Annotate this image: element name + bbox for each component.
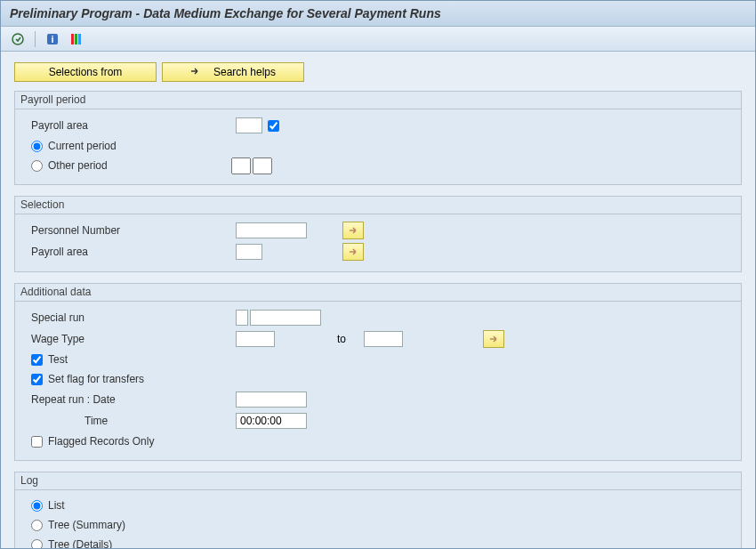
arrow-right-icon bbox=[348, 226, 358, 235]
svg-rect-3 bbox=[71, 34, 74, 44]
payroll-area-input[interactable] bbox=[236, 117, 262, 133]
svg-text:i: i bbox=[51, 34, 53, 44]
additional-data-legend: Additional data bbox=[15, 284, 741, 302]
selection-payroll-area-input[interactable] bbox=[236, 244, 262, 260]
other-period-radio[interactable] bbox=[31, 160, 43, 172]
payroll-period-legend: Payroll period bbox=[15, 92, 741, 109]
search-helps-button[interactable]: Search helps bbox=[162, 62, 304, 82]
set-flag-checkbox[interactable] bbox=[31, 374, 43, 385]
log-tree-details-label: Tree (Details) bbox=[48, 538, 112, 548]
payroll-area-label: Payroll area bbox=[31, 119, 236, 132]
repeat-run-date-input[interactable] bbox=[236, 392, 307, 408]
arrow-right-icon bbox=[348, 247, 358, 256]
log-tree-details-radio[interactable] bbox=[31, 539, 43, 549]
log-legend: Log bbox=[15, 472, 741, 490]
svg-rect-4 bbox=[75, 34, 77, 44]
svg-point-0 bbox=[12, 34, 23, 44]
wage-type-to-input[interactable] bbox=[364, 331, 403, 347]
execute-icon[interactable] bbox=[10, 31, 26, 47]
wage-type-multi-button[interactable] bbox=[483, 330, 504, 348]
log-group: Log List Tree (Summary) Tree (Details) bbox=[14, 472, 742, 548]
app-toolbar: i bbox=[1, 27, 755, 52]
selection-legend: Selection bbox=[15, 197, 741, 214]
set-flag-label: Set flag for transfers bbox=[48, 373, 144, 385]
selections-from-button[interactable]: Selections from bbox=[14, 62, 157, 82]
title-bar: Preliminary Program - Data Medium Exchan… bbox=[1, 1, 755, 27]
special-run-input-1[interactable] bbox=[236, 310, 248, 326]
current-period-label: Current period bbox=[48, 140, 117, 152]
arrow-right-icon bbox=[190, 67, 201, 77]
arrow-right-icon bbox=[488, 335, 499, 343]
time-label: Time bbox=[31, 415, 236, 427]
log-tree-summary-label: Tree (Summary) bbox=[48, 519, 125, 531]
variants-icon[interactable] bbox=[68, 31, 84, 47]
toolbar-separator bbox=[35, 31, 36, 47]
flagged-only-label: Flagged Records Only bbox=[48, 435, 154, 448]
selections-from-label: Selections from bbox=[49, 66, 123, 78]
other-period-input-2[interactable] bbox=[253, 157, 272, 174]
page-title: Preliminary Program - Data Medium Exchan… bbox=[10, 6, 441, 20]
wage-type-label: Wage Type bbox=[31, 333, 236, 345]
info-icon[interactable]: i bbox=[44, 31, 60, 47]
repeat-run-label: Repeat run : Date bbox=[31, 393, 236, 406]
payroll-area-checkbox[interactable] bbox=[268, 120, 279, 132]
selection-group: Selection Personnel Number Payroll area bbox=[14, 196, 742, 272]
personnel-number-label: Personnel Number bbox=[31, 224, 236, 237]
button-bar: Selections from Search helps bbox=[14, 62, 742, 82]
personnel-number-input[interactable] bbox=[236, 222, 307, 238]
log-tree-summary-radio[interactable] bbox=[31, 520, 43, 531]
additional-data-group: Additional data Special run Wage Type to bbox=[14, 283, 742, 461]
content-area: Selections from Search helps Payroll per… bbox=[1, 52, 755, 548]
other-period-label: Other period bbox=[48, 159, 231, 172]
app-window: Preliminary Program - Data Medium Exchan… bbox=[0, 0, 756, 549]
time-input[interactable] bbox=[236, 413, 307, 429]
search-helps-label: Search helps bbox=[213, 66, 276, 78]
other-period-input-1[interactable] bbox=[231, 157, 251, 174]
to-label: to bbox=[337, 333, 346, 345]
wage-type-from-input[interactable] bbox=[236, 331, 275, 347]
log-list-label: List bbox=[48, 499, 65, 512]
current-period-radio[interactable] bbox=[31, 141, 43, 152]
flagged-only-checkbox[interactable] bbox=[31, 436, 43, 448]
selection-payroll-area-multi-button[interactable] bbox=[342, 243, 364, 261]
test-checkbox[interactable] bbox=[31, 354, 43, 366]
special-run-input-2[interactable] bbox=[250, 310, 321, 326]
special-run-label: Special run bbox=[31, 311, 236, 324]
personnel-number-multi-button[interactable] bbox=[342, 222, 364, 239]
selection-payroll-area-label: Payroll area bbox=[31, 246, 236, 258]
log-list-radio[interactable] bbox=[31, 500, 43, 512]
svg-rect-5 bbox=[78, 34, 81, 44]
payroll-period-group: Payroll period Payroll area Current peri… bbox=[14, 91, 742, 185]
test-label: Test bbox=[48, 353, 68, 366]
